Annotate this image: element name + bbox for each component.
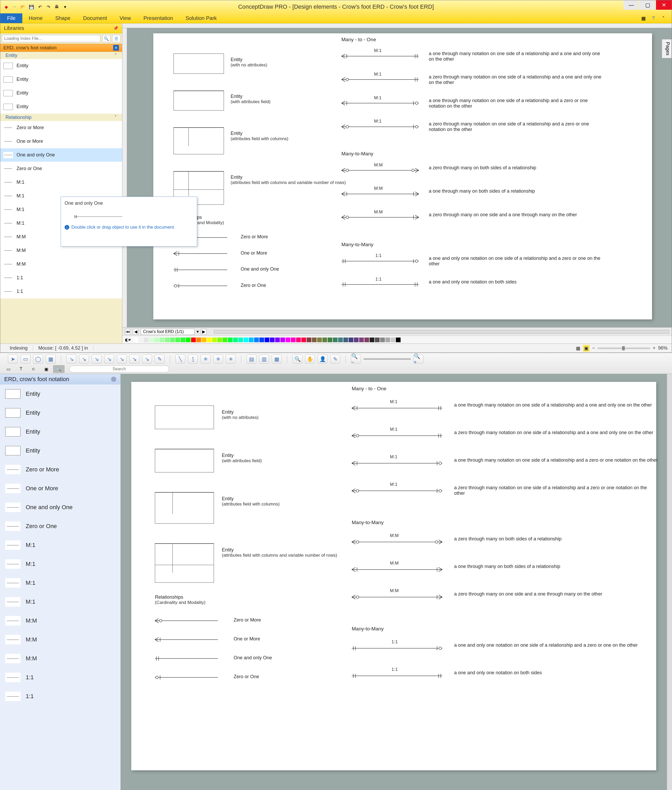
color-swatch[interactable] [186, 337, 190, 342]
color-swatch[interactable] [301, 337, 306, 342]
tab-prev-icon[interactable]: ◀ [133, 329, 139, 335]
eyedropper-icon[interactable]: ✎ [330, 355, 340, 363]
library-item[interactable]: 1:1 [0, 271, 122, 285]
ribbon-grid-icon[interactable]: ▦ [640, 15, 646, 22]
library-item[interactable]: M:1 [0, 536, 120, 555]
connector-icon[interactable]: ↘ [104, 355, 114, 363]
library-item[interactable]: One and only One [0, 148, 122, 162]
tab-first-icon[interactable]: ⏮ [125, 329, 131, 335]
category-relationship[interactable]: Relationship ˄ [0, 114, 122, 121]
qat-dropdown-icon[interactable]: ▾ [62, 3, 69, 10]
drawing-canvas[interactable]: Entity(with no attributes)Entity(with at… [131, 382, 656, 770]
poly-tool-icon[interactable]: ✳ [213, 355, 223, 363]
drawing-canvas[interactable]: Entity(with no attributes)Entity(with at… [153, 34, 652, 320]
color-swatch[interactable] [181, 337, 185, 342]
color-swatch[interactable] [343, 337, 348, 342]
ruler-horizontal[interactable] [122, 23, 672, 28]
close-icon[interactable] [111, 377, 116, 382]
color-swatch[interactable] [191, 337, 196, 342]
zoom-out-icon[interactable]: − [592, 345, 595, 351]
color-swatch[interactable] [286, 337, 290, 342]
color-swatch[interactable] [228, 337, 233, 342]
ellipse-tool-icon[interactable]: ◯ [33, 355, 43, 363]
panel-tab-icon[interactable]: T [15, 365, 27, 373]
panel-tab-icon[interactable]: ▭ [3, 365, 14, 373]
zoom-slider[interactable] [363, 358, 411, 360]
close-button[interactable]: ✕ [656, 0, 672, 10]
library-item[interactable]: One or More [0, 134, 122, 148]
color-swatch[interactable] [338, 337, 343, 342]
color-swatch[interactable] [364, 337, 369, 342]
library-item[interactable]: M:1 [0, 555, 120, 574]
library-item[interactable]: Entity [0, 73, 122, 86]
connector-icon[interactable]: ↘ [66, 355, 77, 363]
color-swatch[interactable] [249, 337, 254, 342]
save-icon[interactable]: 💾 [28, 3, 35, 10]
color-swatch[interactable] [333, 337, 338, 342]
person-icon[interactable]: 👤 [318, 355, 328, 363]
library-item[interactable]: Zero or More [0, 121, 122, 134]
color-swatch[interactable] [275, 337, 280, 342]
edit-icon[interactable]: ✎ [155, 355, 165, 363]
redo-icon[interactable]: ↷ [45, 3, 52, 10]
library-search-input[interactable] [2, 35, 101, 42]
library-item[interactable]: M:1 [0, 574, 120, 592]
tab-document[interactable]: Document [77, 13, 113, 23]
file-tab[interactable]: File [0, 13, 22, 23]
color-swatch[interactable] [202, 337, 206, 342]
color-swatch[interactable] [175, 337, 180, 342]
color-swatch[interactable] [165, 337, 170, 342]
color-swatch[interactable] [296, 337, 301, 342]
library-item[interactable]: Zero or One [0, 517, 120, 536]
zoom-in-icon[interactable]: 🔍+ [413, 355, 423, 363]
pin-icon[interactable]: 📌 [113, 26, 118, 31]
connector-icon[interactable]: ↘ [117, 355, 127, 363]
collapse-ribbon-icon[interactable]: ˄ [660, 15, 667, 22]
library-item[interactable]: M:M [0, 611, 120, 630]
tab-next-icon[interactable]: ▶ [201, 329, 206, 335]
document-tab[interactable]: Crow's foot ERD (1/1) [141, 329, 195, 335]
help-icon[interactable]: ? [650, 15, 656, 22]
library-item[interactable]: Entity [0, 403, 120, 422]
library-item[interactable]: M:1 [0, 176, 122, 189]
library-item[interactable]: Zero or One [0, 162, 122, 176]
color-swatch[interactable] [222, 337, 227, 342]
color-swatch[interactable] [359, 337, 364, 342]
connector-icon[interactable]: ↘ [91, 355, 102, 363]
library-item[interactable]: Entity [0, 384, 120, 403]
new-icon[interactable]: ▫ [11, 3, 18, 10]
line-tool-icon[interactable]: ╲ [175, 355, 185, 363]
maximize-button[interactable]: ▢ [640, 0, 656, 10]
tab-presentation[interactable]: Presentation [137, 13, 179, 23]
color-swatch[interactable] [160, 337, 164, 342]
library-item[interactable]: Entity [0, 86, 122, 100]
connector-icon[interactable]: ↘ [142, 355, 152, 363]
palette-dropdown-icon[interactable]: ◐▾ [125, 337, 131, 342]
library-item[interactable]: 1:1 [0, 668, 120, 687]
library-item[interactable]: M:1 [0, 592, 120, 611]
horizontal-scrollbar[interactable] [214, 330, 669, 334]
color-swatch[interactable] [322, 337, 327, 342]
zoom-in-icon[interactable]: + [653, 345, 656, 351]
color-swatch[interactable] [317, 337, 322, 342]
mac-search-input[interactable] [69, 366, 169, 373]
color-swatch[interactable] [312, 337, 317, 342]
view-mode-icon[interactable]: ▦ [576, 345, 581, 351]
color-swatch[interactable] [254, 337, 259, 342]
color-swatch[interactable] [212, 337, 217, 342]
connector-icon[interactable]: ↘ [130, 355, 139, 363]
color-swatch[interactable] [386, 337, 390, 342]
library-menu-icon[interactable]: ☰ [112, 35, 120, 42]
stencil-title-bar[interactable]: ERD, crow's foot notation ✕ [0, 44, 122, 52]
color-swatch[interactable] [280, 337, 285, 342]
pointer-tool-icon[interactable]: ➤ [8, 355, 18, 363]
library-item[interactable]: M:M [0, 257, 122, 271]
tab-home[interactable]: Home [22, 13, 49, 23]
pages-panel-tab[interactable]: Pages [662, 39, 672, 58]
color-swatch[interactable] [375, 337, 379, 342]
zoom-out-icon[interactable]: 🔍− [351, 355, 361, 363]
library-item[interactable]: Entity [0, 100, 122, 114]
library-item[interactable]: 1:1 [0, 285, 122, 298]
color-swatch[interactable] [390, 337, 395, 342]
tab-dropdown-icon[interactable]: ▾ [197, 329, 199, 334]
